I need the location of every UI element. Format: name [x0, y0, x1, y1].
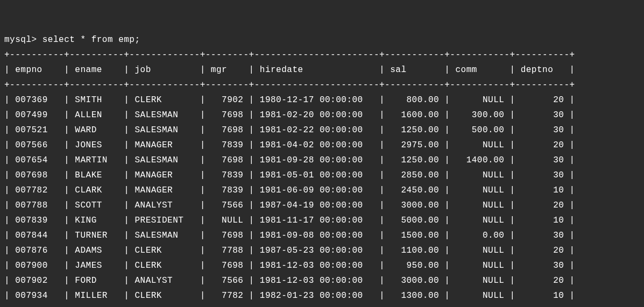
mysql-prompt: mysql>: [4, 35, 43, 45]
sql-query[interactable]: select * from emp;: [43, 35, 140, 45]
query-result-table: +----------+----------+-------------+---…: [4, 50, 575, 307]
